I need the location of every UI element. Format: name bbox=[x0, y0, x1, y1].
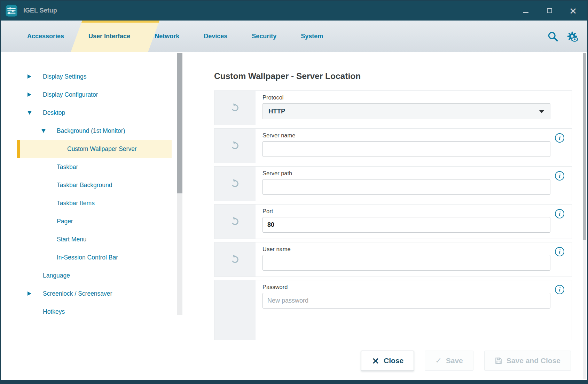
reset-panel bbox=[214, 129, 256, 163]
chevron-right-icon[interactable] bbox=[28, 93, 32, 97]
igel-setup-window: IGEL Setup × Accessories User Interface … bbox=[0, 0, 588, 384]
maximize-icon bbox=[547, 8, 552, 13]
chevron-down-icon bbox=[539, 110, 544, 113]
chevron-down-icon[interactable] bbox=[41, 129, 46, 133]
settings-gear-icon[interactable] bbox=[566, 31, 578, 42]
close-button[interactable]: × Close bbox=[361, 351, 414, 371]
sidebar-item-label: In-Session Control Bar bbox=[57, 254, 118, 261]
chevron-right-icon[interactable] bbox=[28, 74, 32, 79]
sidebar-item-label: Pager bbox=[57, 218, 73, 225]
sidebar-item-custom-wallpaper-server[interactable]: Custom Wallpaper Server bbox=[17, 140, 172, 158]
page-title: Custom Wallpaper - Server Location bbox=[214, 71, 572, 81]
form-row-server-name: Server name i bbox=[214, 128, 572, 163]
user-name-input[interactable] bbox=[262, 255, 550, 271]
tab-accessories[interactable]: Accessories bbox=[15, 21, 76, 52]
sidebar-item-desktop[interactable]: Desktop bbox=[17, 104, 172, 122]
field-label: User name bbox=[262, 246, 572, 253]
tab-bar: Accessories User Interface Network Devic… bbox=[1, 21, 587, 52]
search-icon[interactable] bbox=[547, 31, 558, 42]
chevron-down-icon[interactable] bbox=[28, 111, 32, 115]
chevron-right-icon[interactable] bbox=[28, 291, 32, 296]
field-label: Port bbox=[262, 208, 572, 215]
protocol-value: HTTP bbox=[268, 107, 285, 115]
page-scrollbar[interactable] bbox=[583, 53, 586, 379]
reset-icon[interactable] bbox=[230, 217, 240, 226]
form-row-server-path: Server path i bbox=[214, 166, 572, 201]
sidebar-item-pager[interactable]: Pager bbox=[17, 212, 172, 230]
reset-panel bbox=[214, 242, 256, 277]
protocol-select[interactable]: HTTP bbox=[262, 103, 550, 119]
sidebar-item-language[interactable]: Language bbox=[17, 266, 172, 285]
port-input[interactable] bbox=[262, 217, 550, 233]
reset-panel bbox=[214, 91, 256, 125]
sidebar-item-taskbar-items[interactable]: Taskbar Items bbox=[17, 194, 172, 212]
info-icon[interactable]: i bbox=[555, 133, 564, 143]
info-icon[interactable]: i bbox=[555, 209, 564, 218]
form-row-protocol: Protocol HTTP bbox=[214, 90, 572, 125]
sidebar-scrollbar[interactable] bbox=[177, 53, 182, 315]
maximize-button[interactable] bbox=[545, 7, 554, 15]
titlebar: IGEL Setup × bbox=[1, 1, 587, 21]
reset-panel bbox=[214, 205, 256, 239]
save-button[interactable]: ✓ Save bbox=[425, 351, 473, 371]
main-panel: Custom Wallpaper - Server Location Prot bbox=[214, 52, 572, 340]
field-label: Password bbox=[262, 284, 572, 290]
field-label: Server path bbox=[262, 170, 572, 177]
sidebar-item-label: Taskbar Background bbox=[57, 182, 112, 189]
save-and-close-button[interactable]: Save and Close bbox=[484, 351, 571, 371]
form: Protocol HTTP bbox=[214, 90, 572, 340]
sidebar-item-screenlock-screensaver[interactable]: Screenlock / Screensaver bbox=[17, 285, 172, 303]
info-icon[interactable]: i bbox=[555, 171, 564, 181]
form-row-user-name: User name i bbox=[214, 242, 572, 277]
check-icon: ✓ bbox=[435, 357, 441, 365]
sidebar-item-label: Screenlock / Screensaver bbox=[43, 290, 112, 297]
sidebar-item-taskbar[interactable]: Taskbar bbox=[17, 158, 172, 176]
sidebar-nav: Display Settings Display Configurator De… bbox=[1, 52, 177, 315]
tab-devices[interactable]: Devices bbox=[191, 21, 240, 52]
sidebar-item-start-menu[interactable]: Start Menu bbox=[17, 230, 172, 248]
minimize-button[interactable] bbox=[522, 7, 530, 15]
form-row-password: Password i bbox=[214, 280, 572, 340]
sidebar-item-hotkeys[interactable]: Hotkeys bbox=[17, 303, 172, 315]
sidebar-item-label: Background (1st Monitor) bbox=[57, 127, 125, 135]
sidebar-item-label: Hotkeys bbox=[43, 308, 65, 315]
sidebar-item-label: Desktop bbox=[43, 109, 65, 117]
sidebar-item-label: Taskbar Items bbox=[57, 200, 95, 207]
form-row-port: Port i bbox=[214, 204, 572, 239]
tab-network[interactable]: Network bbox=[142, 21, 191, 52]
reset-panel bbox=[214, 167, 256, 201]
close-x-icon: × bbox=[371, 356, 379, 365]
tab-user-interface[interactable]: User Interface bbox=[76, 21, 142, 52]
reset-icon[interactable] bbox=[230, 255, 240, 264]
sidebar-item-label: Start Menu bbox=[57, 236, 87, 243]
info-icon[interactable]: i bbox=[555, 247, 564, 256]
sidebar-item-taskbar-background[interactable]: Taskbar Background bbox=[17, 176, 172, 194]
tabbar-icons bbox=[547, 21, 578, 52]
floppy-disk-icon bbox=[495, 357, 502, 365]
tab-system[interactable]: System bbox=[289, 21, 335, 52]
sidebar-item-display-settings[interactable]: Display Settings bbox=[17, 67, 172, 86]
reset-icon[interactable] bbox=[230, 141, 240, 151]
tab-security[interactable]: Security bbox=[240, 21, 289, 52]
reset-icon[interactable] bbox=[230, 179, 240, 189]
sidebar-item-display-configurator[interactable]: Display Configurator bbox=[17, 86, 172, 104]
reset-icon[interactable] bbox=[230, 103, 240, 113]
footer-buttons: × Close ✓ Save Save and Close bbox=[361, 351, 571, 371]
sidebar-item-label: Display Configurator bbox=[43, 91, 98, 98]
sidebar-scrollbar-thumb[interactable] bbox=[177, 53, 182, 193]
sidebar-item-in-session-control-bar[interactable]: In-Session Control Bar bbox=[17, 248, 172, 266]
sidebar-item-label: Taskbar bbox=[57, 163, 78, 171]
sidebar-item-background-1st-monitor[interactable]: Background (1st Monitor) bbox=[17, 122, 172, 140]
server-name-input[interactable] bbox=[262, 141, 550, 157]
password-input[interactable] bbox=[262, 293, 550, 309]
tabs: Accessories User Interface Network Devic… bbox=[1, 21, 587, 52]
minimize-icon bbox=[523, 12, 528, 13]
page-scrollbar-thumb[interactable] bbox=[583, 53, 586, 240]
app-logo-icon bbox=[5, 4, 18, 17]
info-icon[interactable]: i bbox=[555, 285, 564, 294]
sidebar-item-label: Custom Wallpaper Server bbox=[67, 145, 137, 153]
sidebar-item-label: Display Settings bbox=[43, 73, 86, 80]
sidebar-item-label: Language bbox=[43, 272, 70, 279]
server-path-input[interactable] bbox=[262, 179, 550, 195]
close-window-button[interactable]: × bbox=[569, 7, 577, 15]
